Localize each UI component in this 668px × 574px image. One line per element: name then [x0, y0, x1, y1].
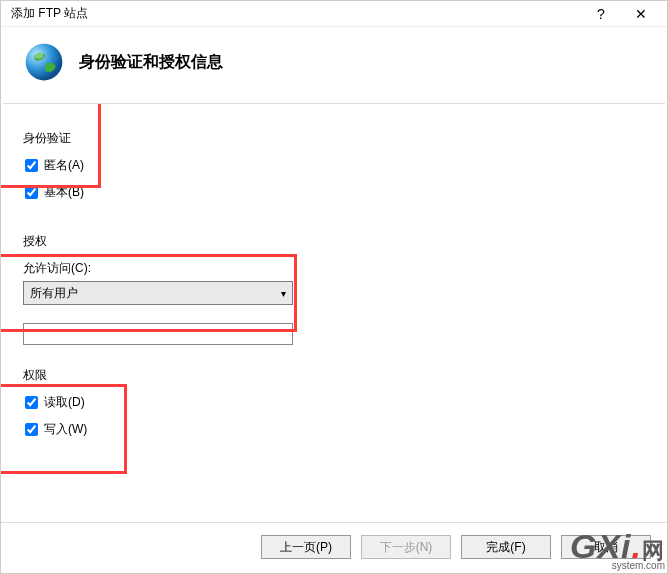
globe-icon — [23, 41, 65, 83]
perm-section-label: 权限 — [23, 367, 645, 384]
allow-access-select[interactable]: 所有用户 ▾ — [23, 281, 293, 305]
wizard-button-bar: 上一页(P) 下一步(N) 完成(F) 取消 GXi.网 system.com — [1, 522, 667, 573]
allow-access-selected: 所有用户 — [30, 285, 78, 302]
read-checkbox-row[interactable]: 读取(D) — [23, 394, 645, 411]
authz-section-label: 授权 — [23, 233, 645, 250]
write-checkbox[interactable] — [25, 423, 38, 436]
write-checkbox-row[interactable]: 写入(W) — [23, 421, 645, 438]
auth-section-label: 身份验证 — [23, 130, 645, 147]
authz-textbox[interactable] — [23, 323, 293, 345]
page-title: 身份验证和授权信息 — [79, 52, 223, 73]
cancel-button[interactable]: 取消 — [561, 535, 651, 559]
read-checkbox[interactable] — [25, 396, 38, 409]
help-button[interactable]: ? — [581, 6, 621, 22]
finish-button[interactable]: 完成(F) — [461, 535, 551, 559]
wizard-header: 身份验证和授权信息 — [1, 27, 667, 103]
write-label: 写入(W) — [44, 421, 87, 438]
content-area: 身份验证 匿名(A) 基本(B) 授权 允许访问(C): 所有用户 ▾ 权限 — [1, 104, 667, 522]
prev-button[interactable]: 上一页(P) — [261, 535, 351, 559]
next-button: 下一步(N) — [361, 535, 451, 559]
chevron-down-icon: ▾ — [281, 288, 286, 299]
titlebar: 添加 FTP 站点 ? ✕ — [1, 1, 667, 27]
svg-point-0 — [26, 44, 63, 81]
anonymous-checkbox-row[interactable]: 匿名(A) — [23, 157, 645, 174]
read-label: 读取(D) — [44, 394, 85, 411]
window-title: 添加 FTP 站点 — [11, 5, 581, 22]
authorization-section: 授权 允许访问(C): 所有用户 ▾ — [23, 233, 645, 345]
anonymous-label: 匿名(A) — [44, 157, 84, 174]
allow-access-label: 允许访问(C): — [23, 260, 645, 277]
close-button[interactable]: ✕ — [621, 6, 661, 22]
auth-section: 身份验证 匿名(A) 基本(B) — [23, 130, 645, 201]
permissions-section: 权限 读取(D) 写入(W) — [23, 367, 645, 438]
basic-checkbox-row[interactable]: 基本(B) — [23, 184, 645, 201]
basic-label: 基本(B) — [44, 184, 84, 201]
svg-point-1 — [34, 52, 43, 59]
basic-checkbox[interactable] — [25, 186, 38, 199]
anonymous-checkbox[interactable] — [25, 159, 38, 172]
